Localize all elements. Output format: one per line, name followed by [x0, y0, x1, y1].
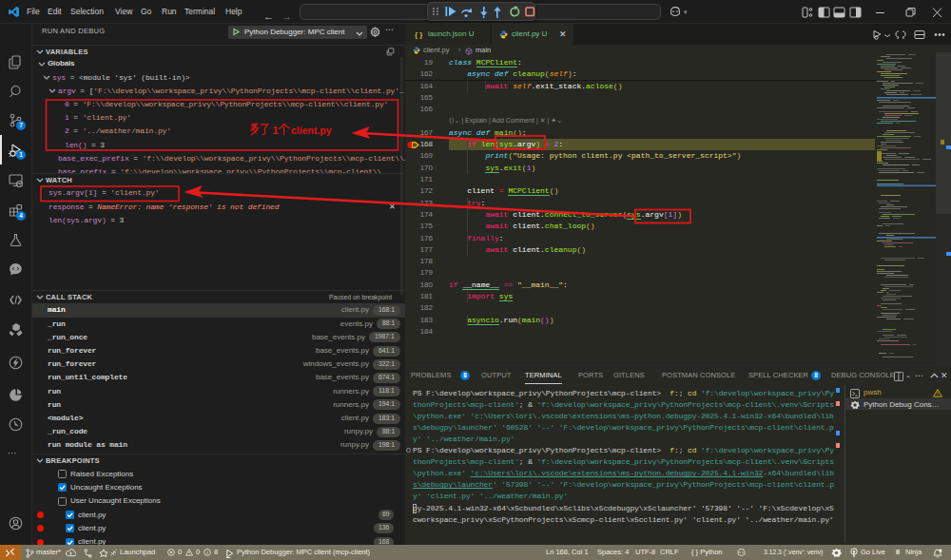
svg-text:1: 1	[273, 125, 279, 136]
svg-text:client.py: client.py	[291, 125, 332, 136]
